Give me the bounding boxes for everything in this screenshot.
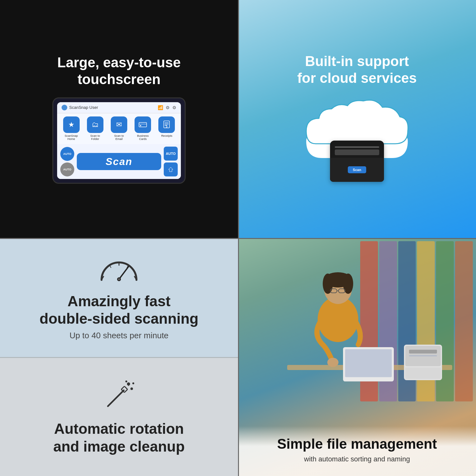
business-cards-label: BusinessCards — [137, 134, 149, 141]
screen-right-btns: AUTO — [164, 147, 178, 176]
screen-icon-business-cards[interactable]: BusinessCards — [132, 116, 154, 141]
svg-text:·: · — [129, 388, 130, 392]
svg-rect-45 — [409, 355, 437, 356]
svg-text:$: $ — [166, 125, 168, 128]
svg-point-33 — [323, 274, 333, 294]
scan-email-label: Scan toEmail — [114, 134, 124, 141]
snapshop-home-btn[interactable]: ★ — [63, 116, 80, 133]
svg-rect-0 — [139, 122, 147, 127]
scan-folder-btn[interactable]: 🗂 — [87, 116, 103, 133]
horizontal-divider — [0, 238, 476, 239]
screen-inner: ScanSnap User 📶 ⚙ ⚙ ★ ScanSnapHome — [57, 102, 181, 179]
screen-right-btn-1[interactable]: AUTO — [164, 147, 178, 161]
panel-rotation: ✦ · · Automatic rotation and image clean… — [0, 357, 238, 476]
cloud-title: Built-in support for cloud services — [297, 53, 417, 87]
svg-rect-43 — [405, 367, 441, 379]
left-inner-divider — [0, 357, 238, 358]
fast-scanning-title: Amazingly fast double-sided scanning — [40, 293, 199, 327]
scan-email-btn[interactable]: ✉ — [111, 116, 127, 133]
wifi-icon: 📶 — [158, 105, 163, 110]
screen-header-left: ScanSnap User — [62, 105, 98, 110]
device-screen: ScanSnap User 📶 ⚙ ⚙ ★ ScanSnapHome — [52, 97, 186, 184]
screen-header: ScanSnap User 📶 ⚙ ⚙ — [57, 102, 181, 113]
svg-text:·: · — [125, 380, 126, 383]
screen-right-btn-2[interactable] — [164, 162, 178, 176]
business-cards-btn[interactable] — [135, 116, 151, 133]
panel-fast-scanning: Amazingly fast double-sided scanning Up … — [0, 238, 238, 357]
svg-line-20 — [108, 390, 124, 406]
svg-point-34 — [343, 274, 353, 294]
wand-svg: ✦ · · — [102, 378, 136, 413]
snapshop-home-label: ScanSnapHome — [65, 134, 78, 141]
screen-icon-receipts[interactable]: $ Receipts — [156, 116, 178, 141]
scan-button[interactable]: Scan — [77, 153, 161, 170]
scanner-device-cloud: Scan — [330, 141, 384, 182]
screen-username: ScanSnap User — [69, 105, 98, 110]
speedometer-svg — [97, 255, 141, 286]
fast-scanning-subtitle: Up to 40 sheets per minute — [69, 331, 169, 340]
svg-text:✦: ✦ — [127, 383, 130, 387]
receipts-label: Receipts — [161, 134, 172, 138]
svg-point-19 — [118, 278, 120, 280]
panel-file-management: Simple file management with automatic so… — [238, 238, 476, 476]
auto-btn-1[interactable]: AUTO — [60, 147, 74, 161]
svg-point-38 — [327, 358, 338, 367]
person-svg — [238, 238, 476, 428]
cloud-illustration: Scan — [297, 96, 417, 185]
svg-line-17 — [119, 267, 129, 279]
screen-scan-row: AUTO AUTO Scan AUTO — [57, 144, 181, 179]
receipts-btn[interactable]: $ — [158, 116, 175, 133]
usb-icon: ⚙ — [166, 105, 170, 110]
scanner-cloud-scan-btn[interactable]: Scan — [348, 166, 366, 173]
file-management-text: Simple file management with automatic so… — [238, 426, 476, 476]
touchscreen-title: Large, easy-to-use touchscreen — [57, 54, 181, 88]
panel-touchscreen: Large, easy-to-use touchscreen ScanSnap … — [0, 0, 238, 238]
svg-point-25 — [132, 382, 134, 384]
settings-icon: ⚙ — [172, 105, 176, 110]
scan-folder-label: Scan toFolder — [90, 134, 100, 141]
screen-icon-snapshop-home[interactable]: ★ ScanSnapHome — [60, 116, 82, 141]
user-avatar-dot — [62, 105, 67, 110]
file-management-title: Simple file management — [251, 436, 463, 453]
svg-point-2 — [140, 125, 141, 126]
auto-btn-2[interactable]: AUTO — [60, 162, 74, 176]
screen-icons-grid: ★ ScanSnapHome 🗂 Scan toFolder ✉ Scan to… — [57, 113, 181, 144]
screen-icon-scan-email[interactable]: ✉ Scan toEmail — [108, 116, 130, 141]
rotation-title: Automatic rotation and image cleanup — [53, 420, 185, 455]
panel-cloud: Built-in support for cloud services — [238, 0, 476, 238]
svg-rect-44 — [409, 350, 437, 354]
file-management-subtitle: with automatic sorting and naming — [251, 455, 463, 463]
screen-icon-scan-folder[interactable]: 🗂 Scan toFolder — [84, 116, 106, 141]
svg-point-23 — [130, 387, 133, 390]
screen-header-icons: 📶 ⚙ ⚙ — [158, 105, 176, 110]
svg-rect-40 — [345, 349, 392, 377]
wand-icon-container: ✦ · · — [102, 378, 136, 414]
